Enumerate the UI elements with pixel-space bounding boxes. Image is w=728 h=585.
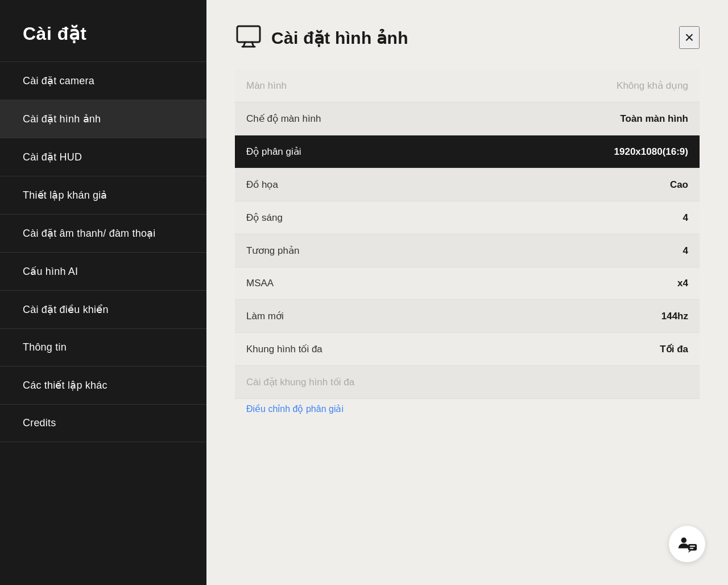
sidebar-item-am-thanh[interactable]: Cài đặt âm thanh/ đàm thoại	[0, 214, 206, 252]
row-lam-moi[interactable]: Làm mới 144hz	[235, 300, 700, 333]
sidebar-item-hud[interactable]: Cài đặt HUD	[0, 138, 206, 176]
row-che-do[interactable]: Chế độ màn hình Toàn màn hình	[235, 102, 700, 135]
row-cai-dat-khung-hinh: Cài đặt khung hình tối đa	[235, 366, 700, 399]
row-value-khung-hinh: Tối đa	[660, 343, 688, 355]
row-label-cai-dat-khung-hinh: Cài đặt khung hình tối đa	[246, 376, 354, 388]
row-do-hoa[interactable]: Đồ họa Cao	[235, 168, 700, 201]
sidebar-title: Cài đặt	[0, 23, 206, 61]
sidebar-item-hinh-anh[interactable]: Cài đặt hình ảnh	[0, 100, 206, 138]
adjust-resolution-link[interactable]: Điều chỉnh độ phân giải	[246, 404, 344, 414]
row-value-tuong-phan: 4	[683, 245, 688, 257]
row-label-tuong-phan: Tương phản	[246, 245, 299, 257]
monitor-icon	[235, 23, 262, 52]
row-tuong-phan[interactable]: Tương phản 4	[235, 234, 700, 267]
svg-point-4	[681, 538, 687, 543]
sidebar-item-ai[interactable]: Cấu hình AI	[0, 252, 206, 290]
chat-icon	[676, 533, 698, 555]
row-value-do-hoa: Cao	[670, 179, 688, 191]
footer-link-area: Điều chỉnh độ phân giải	[235, 403, 700, 414]
sidebar-item-khan-gia[interactable]: Thiết lập khán giả	[0, 176, 206, 214]
row-label-man-hinh: Màn hình	[246, 80, 287, 92]
row-label-lam-moi: Làm mới	[246, 310, 284, 322]
header-left: Cài đặt hình ảnh	[235, 23, 408, 52]
svg-rect-0	[237, 26, 260, 42]
row-value-che-do: Toàn màn hình	[620, 113, 688, 125]
row-label-msaa: MSAA	[246, 278, 274, 289]
row-label-do-sang: Độ sáng	[246, 212, 283, 224]
row-value-lam-moi: 144hz	[661, 311, 688, 322]
row-label-khung-hinh: Khung hình tối đa	[246, 343, 322, 355]
row-khung-hinh[interactable]: Khung hình tối đa Tối đa	[235, 333, 700, 366]
sidebar-item-thiet-lap-khac[interactable]: Các thiết lập khác	[0, 366, 206, 404]
settings-list: Màn hình Không khả dụng Chế độ màn hình …	[235, 69, 700, 399]
row-value-msaa: x4	[677, 278, 688, 289]
row-value-do-sang: 4	[683, 212, 688, 224]
row-label-do-hoa: Đồ họa	[246, 179, 278, 191]
row-man-hinh[interactable]: Màn hình Không khả dụng	[235, 69, 700, 102]
chat-button[interactable]	[669, 526, 705, 562]
row-do-phan-giai[interactable]: Độ phân giải 1920x1080(16:9)	[235, 135, 700, 168]
row-msaa[interactable]: MSAA x4	[235, 267, 700, 300]
main-panel: Cài đặt hình ảnh × Màn hình Không khả dụ…	[206, 0, 728, 585]
sidebar-item-camera[interactable]: Cài đặt camera	[0, 61, 206, 100]
close-button[interactable]: ×	[679, 26, 700, 49]
row-value-do-phan-giai: 1920x1080(16:9)	[614, 146, 688, 158]
row-do-sang[interactable]: Độ sáng 4	[235, 201, 700, 234]
row-value-man-hinh: Không khả dụng	[617, 80, 688, 92]
page-title: Cài đặt hình ảnh	[271, 28, 408, 48]
sidebar-item-dieu-khien[interactable]: Cài đặt điều khiển	[0, 290, 206, 328]
sidebar-item-credits[interactable]: Credits	[0, 404, 206, 442]
content-header: Cài đặt hình ảnh ×	[235, 23, 700, 52]
sidebar-item-thong-tin[interactable]: Thông tin	[0, 328, 206, 366]
svg-rect-5	[688, 544, 697, 550]
sidebar: Cài đặt Cài đặt camera Cài đặt hình ảnh …	[0, 0, 206, 585]
row-label-che-do: Chế độ màn hình	[246, 113, 321, 125]
row-label-do-phan-giai: Độ phân giải	[246, 146, 301, 158]
